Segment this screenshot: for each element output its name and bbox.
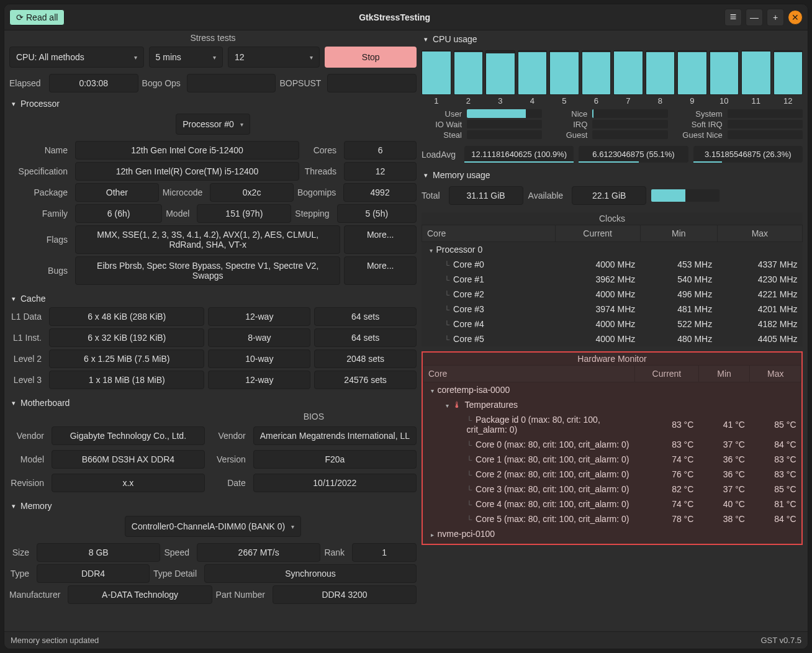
proc-flags-more-button[interactable]: More... xyxy=(344,225,417,254)
bogo-value xyxy=(187,74,276,92)
usage-label: System xyxy=(673,109,723,119)
cpu-core-bar xyxy=(613,50,643,95)
usage-bar xyxy=(592,109,667,118)
proc-cores-label: Cores xyxy=(303,141,340,160)
cpu-usage-section-header[interactable]: ▾ CPU usage xyxy=(422,33,803,45)
usage-bar xyxy=(592,130,667,139)
cpu-core-bar xyxy=(422,50,451,95)
proc-model-label: Model xyxy=(166,204,193,223)
stress-title: Stress tests xyxy=(9,33,417,43)
cache-size-value: 1 x 18 MiB (18 MiB) xyxy=(49,371,204,389)
cache-sets-value: 64 sets xyxy=(314,328,417,347)
mb-model-value: B660M DS3H AX DDR4 xyxy=(52,450,205,469)
clocks-row[interactable]: └Core #44000 MHz522 MHz4182 MHz xyxy=(422,317,803,331)
proc-bugs-more-button[interactable]: More... xyxy=(344,256,417,285)
usage-bar xyxy=(728,120,803,128)
clocks-row[interactable]: └Core #33974 MHz481 MHz4201 MHz xyxy=(422,302,803,317)
cpu-core-bar xyxy=(646,50,675,95)
caret-down-icon: ▾ xyxy=(9,100,18,108)
cache-section-header[interactable]: ▾ Cache xyxy=(9,292,417,305)
usage-bar xyxy=(467,130,542,139)
mem-rank-label: Rank xyxy=(324,543,348,562)
chevron-down-icon: ▾ xyxy=(134,54,137,61)
hwmon-temp-row[interactable]: └Core 2 (max: 80, crit: 100, crit_alarm:… xyxy=(423,467,801,482)
maximize-button[interactable]: + xyxy=(767,9,784,26)
mb-revision-label: Revision xyxy=(9,474,48,492)
clocks-row[interactable]: └Core #24000 MHz496 MHz4221 MHz xyxy=(422,287,803,302)
titlebar: ⟳ Read all GtkStressTesting ≡ — + ✕ xyxy=(4,4,808,30)
stress-method-combo[interactable]: CPU: All methods▾ xyxy=(9,47,144,68)
usage-label: Soft IRQ xyxy=(673,120,723,129)
bios-version-label: Version xyxy=(211,450,250,469)
memory-usage-section-header[interactable]: ▾ Memory usage xyxy=(422,169,803,181)
motherboard-section-header[interactable]: ▾ Motherboard xyxy=(9,397,417,409)
memory-usage-header-label: Memory usage xyxy=(433,170,490,180)
clocks-column-header[interactable]: Max xyxy=(717,225,802,242)
cpu-core-label: 9 xyxy=(690,96,694,106)
mem-type-value: DDR4 xyxy=(37,564,150,583)
clocks-row[interactable]: └Core #13962 MHz540 MHz4230 MHz xyxy=(422,272,803,287)
proc-bogomips-label: Bogomips xyxy=(297,183,340,202)
processor-selector-combo[interactable]: Processor #0▾ xyxy=(176,114,250,135)
clocks-column-header[interactable]: Current xyxy=(555,225,640,242)
memory-selector-combo[interactable]: Controller0-ChannelA-DIMM0 (BANK 0)▾ xyxy=(125,516,301,537)
mem-partnumber-label: Part Number xyxy=(216,585,269,604)
hwmon-temp-row[interactable]: └Package id 0 (max: 80, crit: 100, crit_… xyxy=(423,412,801,437)
hwmon-temp-row[interactable]: └Core 5 (max: 80, crit: 100, crit_alarm:… xyxy=(423,511,801,526)
proc-microcode-value: 0x2c xyxy=(210,183,294,202)
mem-typedetail-value: Synchronous xyxy=(204,564,417,583)
caret-down-icon: ▾ xyxy=(9,399,18,407)
cache-sets-value: 2048 sets xyxy=(314,349,417,368)
elapsed-label: Elapsed xyxy=(9,74,45,92)
mem-manufacturer-label: Manufacturer xyxy=(9,585,64,604)
cpu-core-bar xyxy=(549,50,579,95)
usage-label: Guest Nice xyxy=(673,130,723,140)
proc-microcode-label: Microcode xyxy=(163,183,207,202)
hwmon-column-header[interactable]: Current xyxy=(635,366,699,382)
hwmon-title: Hardware Monitor xyxy=(423,353,801,365)
proc-spec-label: Specification xyxy=(9,162,71,181)
stop-button[interactable]: Stop xyxy=(325,47,417,68)
stress-duration-combo[interactable]: 5 mins▾ xyxy=(149,47,223,68)
hwmon-temp-row[interactable]: └Core 4 (max: 80, crit: 100, crit_alarm:… xyxy=(423,497,801,511)
hwmon-temp-row[interactable]: └Core 3 (max: 80, crit: 100, crit_alarm:… xyxy=(423,482,801,497)
cpu-core-label: 1 xyxy=(434,96,438,106)
hwmon-column-header[interactable]: Min xyxy=(698,366,750,382)
cpu-core-label: 5 xyxy=(562,96,566,106)
memory-section-header[interactable]: ▾ Memory xyxy=(9,500,417,512)
stress-workers-combo[interactable]: 12▾ xyxy=(228,47,320,68)
hwmon-temp-row[interactable]: └Core 0 (max: 80, crit: 100, crit_alarm:… xyxy=(423,437,801,452)
menu-button[interactable]: ≡ xyxy=(724,9,742,26)
close-button[interactable]: ✕ xyxy=(788,10,803,25)
proc-bogomips-value: 4992 xyxy=(343,183,417,202)
clocks-group-row[interactable]: ▾Processor 0 xyxy=(422,242,556,258)
hwmon-column-header[interactable]: Max xyxy=(750,366,801,382)
processor-section-header[interactable]: ▾ Processor xyxy=(9,97,417,110)
clocks-row[interactable]: └Core #54000 MHz480 MHz4405 MHz xyxy=(422,331,803,346)
hwmon-column-header[interactable]: Core xyxy=(423,366,635,382)
hwmon-temp-row[interactable]: └Core 1 (max: 80, crit: 100, crit_alarm:… xyxy=(423,452,801,467)
loadavg-value: 3.15185546875 (26.3%) xyxy=(693,146,803,163)
hwmon-chip-row[interactable]: ▾coretemp-isa-0000 xyxy=(423,382,635,398)
bios-vendor-value: American Megatrends International, LL xyxy=(253,426,417,445)
proc-name-value: 12th Gen Intel Core i5-12400 xyxy=(75,141,299,160)
cache-row-label: Level 3 xyxy=(9,371,45,389)
caret-down-icon: ▾ xyxy=(9,295,18,303)
clocks-column-header[interactable]: Min xyxy=(640,225,717,242)
mb-model-label: Model xyxy=(9,450,48,469)
refresh-icon: ⟳ xyxy=(16,12,24,22)
clocks-column-header[interactable]: Core xyxy=(422,225,556,242)
bios-version-value: F20a xyxy=(253,450,417,469)
loadavg-value: 12.11181640625 (100.9%) xyxy=(464,146,574,163)
minimize-button[interactable]: — xyxy=(746,9,763,26)
status-right: GST v0.7.5 xyxy=(760,636,801,645)
cpu-core-bar xyxy=(518,50,548,95)
cpu-core-bar xyxy=(485,50,515,95)
read-all-button[interactable]: ⟳ Read all xyxy=(9,9,65,25)
clocks-row[interactable]: └Core #04000 MHz453 MHz4337 MHz xyxy=(422,257,803,272)
hwmon-temps-row[interactable]: ▾🌡Temperatures xyxy=(423,397,635,412)
hwmon-table: CoreCurrentMinMax ▾coretemp-isa-0000▾🌡Te… xyxy=(423,365,801,541)
proc-stepping-label: Stepping xyxy=(295,204,333,223)
proc-flags-label: Flags xyxy=(9,225,71,254)
hwmon-nvme-row[interactable]: ▸nvme-pci-0100 xyxy=(423,526,635,541)
